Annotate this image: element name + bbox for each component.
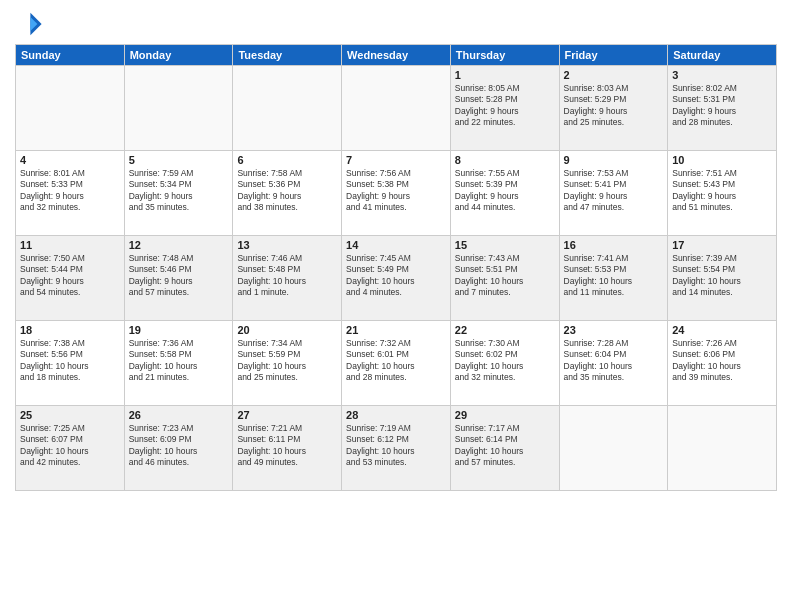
day-number: 22 bbox=[455, 324, 555, 336]
day-info: Sunrise: 7:51 AM Sunset: 5:43 PM Dayligh… bbox=[672, 168, 772, 214]
weekday-header-sunday: Sunday bbox=[16, 45, 125, 66]
calendar-cell: 19Sunrise: 7:36 AM Sunset: 5:58 PM Dayli… bbox=[124, 321, 233, 406]
day-number: 12 bbox=[129, 239, 229, 251]
calendar-cell: 23Sunrise: 7:28 AM Sunset: 6:04 PM Dayli… bbox=[559, 321, 668, 406]
day-info: Sunrise: 7:38 AM Sunset: 5:56 PM Dayligh… bbox=[20, 338, 120, 384]
calendar-cell: 15Sunrise: 7:43 AM Sunset: 5:51 PM Dayli… bbox=[450, 236, 559, 321]
calendar-cell bbox=[16, 66, 125, 151]
calendar-week-1: 1Sunrise: 8:05 AM Sunset: 5:28 PM Daylig… bbox=[16, 66, 777, 151]
day-number: 7 bbox=[346, 154, 446, 166]
day-number: 27 bbox=[237, 409, 337, 421]
day-info: Sunrise: 8:03 AM Sunset: 5:29 PM Dayligh… bbox=[564, 83, 664, 129]
day-info: Sunrise: 7:48 AM Sunset: 5:46 PM Dayligh… bbox=[129, 253, 229, 299]
calendar-cell: 4Sunrise: 8:01 AM Sunset: 5:33 PM Daylig… bbox=[16, 151, 125, 236]
calendar-cell: 29Sunrise: 7:17 AM Sunset: 6:14 PM Dayli… bbox=[450, 406, 559, 491]
day-number: 25 bbox=[20, 409, 120, 421]
calendar-cell bbox=[559, 406, 668, 491]
day-info: Sunrise: 8:02 AM Sunset: 5:31 PM Dayligh… bbox=[672, 83, 772, 129]
calendar-cell: 20Sunrise: 7:34 AM Sunset: 5:59 PM Dayli… bbox=[233, 321, 342, 406]
weekday-header-thursday: Thursday bbox=[450, 45, 559, 66]
day-info: Sunrise: 7:53 AM Sunset: 5:41 PM Dayligh… bbox=[564, 168, 664, 214]
page: SundayMondayTuesdayWednesdayThursdayFrid… bbox=[0, 0, 792, 612]
calendar-cell: 7Sunrise: 7:56 AM Sunset: 5:38 PM Daylig… bbox=[342, 151, 451, 236]
day-number: 2 bbox=[564, 69, 664, 81]
logo-icon bbox=[15, 10, 43, 38]
day-number: 11 bbox=[20, 239, 120, 251]
day-number: 15 bbox=[455, 239, 555, 251]
calendar-cell bbox=[668, 406, 777, 491]
day-number: 8 bbox=[455, 154, 555, 166]
day-number: 23 bbox=[564, 324, 664, 336]
day-number: 14 bbox=[346, 239, 446, 251]
day-info: Sunrise: 7:36 AM Sunset: 5:58 PM Dayligh… bbox=[129, 338, 229, 384]
day-info: Sunrise: 7:41 AM Sunset: 5:53 PM Dayligh… bbox=[564, 253, 664, 299]
day-info: Sunrise: 7:58 AM Sunset: 5:36 PM Dayligh… bbox=[237, 168, 337, 214]
calendar-cell: 6Sunrise: 7:58 AM Sunset: 5:36 PM Daylig… bbox=[233, 151, 342, 236]
calendar-cell: 9Sunrise: 7:53 AM Sunset: 5:41 PM Daylig… bbox=[559, 151, 668, 236]
calendar-cell: 28Sunrise: 7:19 AM Sunset: 6:12 PM Dayli… bbox=[342, 406, 451, 491]
calendar-cell: 8Sunrise: 7:55 AM Sunset: 5:39 PM Daylig… bbox=[450, 151, 559, 236]
day-number: 4 bbox=[20, 154, 120, 166]
day-info: Sunrise: 8:05 AM Sunset: 5:28 PM Dayligh… bbox=[455, 83, 555, 129]
day-info: Sunrise: 7:26 AM Sunset: 6:06 PM Dayligh… bbox=[672, 338, 772, 384]
day-number: 6 bbox=[237, 154, 337, 166]
calendar-cell: 21Sunrise: 7:32 AM Sunset: 6:01 PM Dayli… bbox=[342, 321, 451, 406]
calendar-cell: 13Sunrise: 7:46 AM Sunset: 5:48 PM Dayli… bbox=[233, 236, 342, 321]
day-number: 10 bbox=[672, 154, 772, 166]
day-info: Sunrise: 8:01 AM Sunset: 5:33 PM Dayligh… bbox=[20, 168, 120, 214]
day-info: Sunrise: 7:17 AM Sunset: 6:14 PM Dayligh… bbox=[455, 423, 555, 469]
calendar-cell: 12Sunrise: 7:48 AM Sunset: 5:46 PM Dayli… bbox=[124, 236, 233, 321]
calendar-cell: 26Sunrise: 7:23 AM Sunset: 6:09 PM Dayli… bbox=[124, 406, 233, 491]
calendar-week-2: 4Sunrise: 8:01 AM Sunset: 5:33 PM Daylig… bbox=[16, 151, 777, 236]
calendar-cell: 24Sunrise: 7:26 AM Sunset: 6:06 PM Dayli… bbox=[668, 321, 777, 406]
calendar-cell: 16Sunrise: 7:41 AM Sunset: 5:53 PM Dayli… bbox=[559, 236, 668, 321]
day-number: 19 bbox=[129, 324, 229, 336]
weekday-header-friday: Friday bbox=[559, 45, 668, 66]
weekday-header-saturday: Saturday bbox=[668, 45, 777, 66]
calendar-cell bbox=[342, 66, 451, 151]
calendar-cell: 22Sunrise: 7:30 AM Sunset: 6:02 PM Dayli… bbox=[450, 321, 559, 406]
day-info: Sunrise: 7:30 AM Sunset: 6:02 PM Dayligh… bbox=[455, 338, 555, 384]
calendar-cell: 1Sunrise: 8:05 AM Sunset: 5:28 PM Daylig… bbox=[450, 66, 559, 151]
day-info: Sunrise: 7:19 AM Sunset: 6:12 PM Dayligh… bbox=[346, 423, 446, 469]
logo bbox=[15, 10, 45, 38]
day-number: 1 bbox=[455, 69, 555, 81]
weekday-header-monday: Monday bbox=[124, 45, 233, 66]
day-info: Sunrise: 7:28 AM Sunset: 6:04 PM Dayligh… bbox=[564, 338, 664, 384]
calendar-week-3: 11Sunrise: 7:50 AM Sunset: 5:44 PM Dayli… bbox=[16, 236, 777, 321]
calendar-cell bbox=[124, 66, 233, 151]
day-number: 17 bbox=[672, 239, 772, 251]
day-number: 13 bbox=[237, 239, 337, 251]
calendar-header-row: SundayMondayTuesdayWednesdayThursdayFrid… bbox=[16, 45, 777, 66]
day-number: 16 bbox=[564, 239, 664, 251]
calendar-week-5: 25Sunrise: 7:25 AM Sunset: 6:07 PM Dayli… bbox=[16, 406, 777, 491]
day-info: Sunrise: 7:50 AM Sunset: 5:44 PM Dayligh… bbox=[20, 253, 120, 299]
header bbox=[15, 10, 777, 38]
calendar-cell: 2Sunrise: 8:03 AM Sunset: 5:29 PM Daylig… bbox=[559, 66, 668, 151]
calendar-cell: 3Sunrise: 8:02 AM Sunset: 5:31 PM Daylig… bbox=[668, 66, 777, 151]
day-number: 5 bbox=[129, 154, 229, 166]
day-number: 28 bbox=[346, 409, 446, 421]
calendar-cell: 25Sunrise: 7:25 AM Sunset: 6:07 PM Dayli… bbox=[16, 406, 125, 491]
day-info: Sunrise: 7:46 AM Sunset: 5:48 PM Dayligh… bbox=[237, 253, 337, 299]
day-number: 24 bbox=[672, 324, 772, 336]
weekday-header-tuesday: Tuesday bbox=[233, 45, 342, 66]
day-info: Sunrise: 7:56 AM Sunset: 5:38 PM Dayligh… bbox=[346, 168, 446, 214]
day-info: Sunrise: 7:55 AM Sunset: 5:39 PM Dayligh… bbox=[455, 168, 555, 214]
day-info: Sunrise: 7:23 AM Sunset: 6:09 PM Dayligh… bbox=[129, 423, 229, 469]
calendar-cell: 27Sunrise: 7:21 AM Sunset: 6:11 PM Dayli… bbox=[233, 406, 342, 491]
day-info: Sunrise: 7:43 AM Sunset: 5:51 PM Dayligh… bbox=[455, 253, 555, 299]
day-number: 29 bbox=[455, 409, 555, 421]
day-info: Sunrise: 7:34 AM Sunset: 5:59 PM Dayligh… bbox=[237, 338, 337, 384]
day-info: Sunrise: 7:59 AM Sunset: 5:34 PM Dayligh… bbox=[129, 168, 229, 214]
day-info: Sunrise: 7:25 AM Sunset: 6:07 PM Dayligh… bbox=[20, 423, 120, 469]
calendar: SundayMondayTuesdayWednesdayThursdayFrid… bbox=[15, 44, 777, 491]
day-number: 18 bbox=[20, 324, 120, 336]
day-number: 21 bbox=[346, 324, 446, 336]
calendar-cell: 11Sunrise: 7:50 AM Sunset: 5:44 PM Dayli… bbox=[16, 236, 125, 321]
day-info: Sunrise: 7:32 AM Sunset: 6:01 PM Dayligh… bbox=[346, 338, 446, 384]
calendar-cell: 10Sunrise: 7:51 AM Sunset: 5:43 PM Dayli… bbox=[668, 151, 777, 236]
calendar-cell: 18Sunrise: 7:38 AM Sunset: 5:56 PM Dayli… bbox=[16, 321, 125, 406]
day-info: Sunrise: 7:39 AM Sunset: 5:54 PM Dayligh… bbox=[672, 253, 772, 299]
day-number: 26 bbox=[129, 409, 229, 421]
